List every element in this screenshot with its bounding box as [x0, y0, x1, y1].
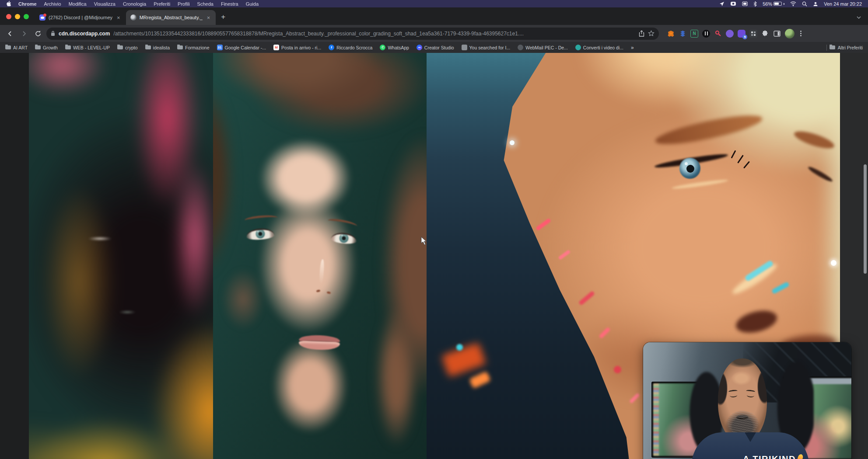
bookmark-label: WhatsApp: [388, 45, 409, 50]
tab-strip-chevron-icon[interactable]: [857, 14, 868, 25]
menu-preferiti[interactable]: Preferiti: [154, 1, 170, 7]
page-icon: [462, 45, 467, 50]
menu-clock[interactable]: Ven 24 mar 20:22: [824, 1, 862, 7]
bluetooth-icon[interactable]: [753, 1, 757, 7]
key-extension-icon[interactable]: [714, 30, 722, 38]
blue-extension-icon[interactable]: [679, 30, 686, 38]
other-bookmarks[interactable]: Altri Preferiti: [826, 45, 863, 51]
menu-profili[interactable]: Profili: [178, 1, 190, 7]
purple-badged-extension-icon[interactable]: 5: [738, 30, 746, 38]
channel-watermark: A TIRIKIND: [743, 454, 803, 459]
metamask-extension-icon[interactable]: [667, 30, 675, 38]
bookmark-label: Converti i video di...: [583, 45, 623, 50]
url-path: /attachments/1013512335442333816/1088905…: [113, 31, 635, 37]
window-controls: [0, 14, 35, 25]
folder-icon: [5, 45, 11, 49]
image-favicon: [130, 14, 136, 21]
bookmark-folder-idealista[interactable]: idealista: [145, 45, 170, 50]
forward-button[interactable]: [18, 28, 30, 39]
close-tab-icon[interactable]: ×: [206, 14, 212, 21]
bookmark-webmail-pec[interactable]: WebMail PEC - De...: [518, 45, 568, 50]
bookmark-facebook[interactable]: fRiccardo Scrocca: [329, 45, 372, 50]
bookmark-label: AI ART: [13, 45, 28, 50]
menu-scheda[interactable]: Scheda: [197, 1, 214, 7]
reload-button[interactable]: [32, 28, 44, 39]
menu-finestra[interactable]: Finestra: [221, 1, 238, 7]
close-tab-icon[interactable]: ×: [116, 14, 122, 21]
minimize-window-button[interactable]: [15, 14, 20, 19]
spotlight-search-icon[interactable]: [802, 1, 807, 7]
bookmarks-overflow-chevron[interactable]: »: [631, 45, 634, 51]
whatsapp-icon: ✆: [380, 45, 385, 50]
menu-chrome[interactable]: Chrome: [18, 1, 37, 7]
bookmark-converti-video[interactable]: Converti i video di...: [575, 45, 623, 50]
menu-guida[interactable]: Guida: [246, 1, 259, 7]
battery-indicator[interactable]: 56%: [763, 1, 784, 7]
bookmark-folder-ai-art[interactable]: AI ART: [5, 45, 28, 50]
battery-icon: [774, 2, 782, 6]
address-bar[interactable]: cdn.discordapp.com /attachments/10135123…: [46, 28, 659, 40]
profile-avatar[interactable]: [785, 29, 794, 38]
extensions-puzzle-icon[interactable]: [761, 30, 769, 38]
url-domain: cdn.discordapp.com: [59, 31, 110, 37]
bookmark-label: WEB - LEVEL-UP: [73, 45, 110, 50]
location-arrow-icon[interactable]: [719, 1, 724, 7]
scrollbar-thumb[interactable]: [864, 164, 867, 274]
bookmark-folder-formazione[interactable]: Formazione: [177, 45, 209, 50]
tab-image[interactable]: MRregista_Abstract_beauty._ ×: [126, 10, 216, 25]
macos-menu-bar: Chrome Archivio Modifica Visualizza Cron…: [0, 0, 868, 7]
bookmark-you-searched[interactable]: You searched for I...: [462, 45, 511, 50]
bookmark-label: Riccardo Scrocca: [336, 45, 372, 50]
bookmark-label: Creator Studio: [424, 45, 454, 50]
bookmark-label: idealista: [153, 45, 170, 50]
watermark-text: A TIRIKIND: [743, 454, 796, 459]
folder-icon: [830, 45, 835, 49]
bookmark-google-calendar[interactable]: 31Google Calendar -...: [217, 45, 266, 50]
menu-visualizza[interactable]: Visualizza: [94, 1, 116, 7]
dark-circle-extension-icon[interactable]: [702, 30, 710, 38]
side-panel-icon[interactable]: [773, 30, 781, 38]
green-extension-icon[interactable]: N: [690, 30, 698, 38]
wifi-icon[interactable]: [790, 1, 796, 6]
folder-icon: [117, 45, 123, 49]
user-switch-icon[interactable]: [813, 1, 818, 7]
grid-extension-icon[interactable]: [749, 30, 757, 38]
bookmark-folder-crypto[interactable]: crypto: [117, 45, 138, 50]
meta-icon: ∞: [416, 45, 422, 50]
close-window-button[interactable]: [6, 14, 11, 19]
menu-cronologia[interactable]: Cronologia: [123, 1, 146, 7]
zoom-window-button[interactable]: [24, 14, 29, 19]
tab-discord[interactable]: (2762) Discord | @Midjourney ×: [35, 10, 126, 25]
bookmark-creator-studio[interactable]: ∞Creator Studio: [416, 45, 454, 50]
page-content: A TIRIKIND: [0, 53, 868, 459]
folder-icon: [177, 45, 183, 49]
webcam-overlay[interactable]: A TIRIKIND: [643, 342, 851, 459]
divider: [826, 45, 827, 51]
flame-icon: [797, 454, 804, 459]
lock-icon: [51, 31, 55, 36]
mouse-cursor: [421, 236, 428, 247]
artwork-panel-abstract-silk: [29, 53, 213, 459]
bookmark-star-icon[interactable]: [648, 30, 654, 37]
menu-pill-icon[interactable]: [730, 1, 736, 6]
folder-icon: [65, 45, 71, 49]
bookmark-folder-web-level-up[interactable]: WEB - LEVEL-UP: [65, 45, 110, 50]
menu-modifica[interactable]: Modifica: [69, 1, 87, 7]
other-bookmarks-label: Altri Preferiti: [838, 45, 863, 50]
new-tab-button[interactable]: +: [216, 13, 231, 25]
bookmark-whatsapp[interactable]: ✆WhatsApp: [380, 45, 409, 50]
chrome-menu-icon[interactable]: [798, 31, 803, 36]
bookmark-label: crypto: [125, 45, 138, 50]
purple-circle-extension-icon[interactable]: [726, 30, 734, 38]
apple-logo-icon[interactable]: [6, 1, 11, 7]
bookmark-gmail[interactable]: MPosta in arrivo - ri...: [273, 45, 321, 50]
back-button[interactable]: [4, 28, 16, 39]
share-icon[interactable]: [639, 30, 644, 37]
display-icon[interactable]: [742, 1, 748, 6]
discord-favicon: [39, 14, 46, 21]
menu-archivio[interactable]: Archivio: [44, 1, 61, 7]
bookmark-label: You searched for I...: [469, 45, 511, 50]
bookmark-folder-growth[interactable]: Growth: [35, 45, 58, 50]
converter-icon: [575, 45, 581, 50]
tab-title: (2762) Discord | @Midjourney: [49, 15, 112, 20]
